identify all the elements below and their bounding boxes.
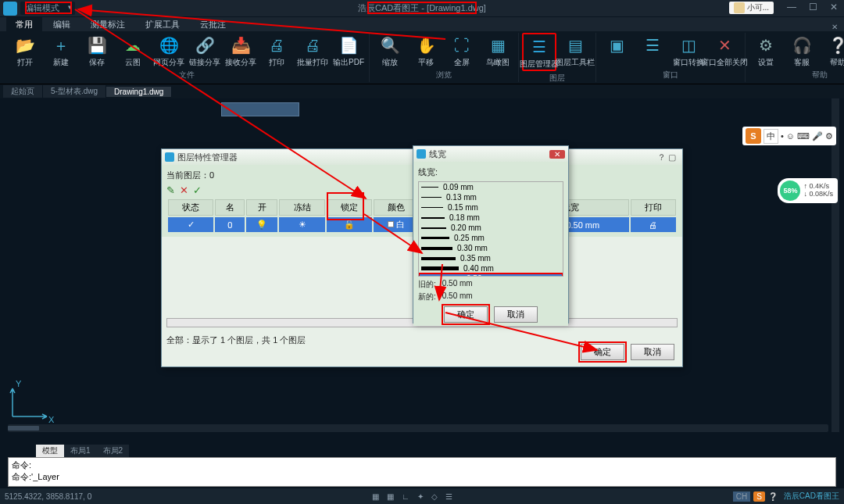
menu-tab-0[interactable]: 常用 xyxy=(6,17,42,32)
bview-button[interactable]: ▦鸟瞰图 xyxy=(481,33,515,68)
mode-selector[interactable]: 编辑模式 xyxy=(20,2,75,15)
lw-item-7[interactable]: 0.35 mm xyxy=(419,253,563,263)
help-icon[interactable]: ❔ xyxy=(768,492,778,501)
layout-tabs: 模型布局1布局2 xyxy=(36,445,129,457)
help-button[interactable]: ❔帮助 xyxy=(821,33,844,68)
newwin-button[interactable]: ▣ xyxy=(599,33,634,68)
ok-button[interactable]: 确定 xyxy=(581,344,624,360)
pan-button[interactable]: ✋平移 xyxy=(409,33,443,68)
name-cell[interactable]: 0 xyxy=(215,217,245,232)
col-名[interactable]: 名 xyxy=(215,199,245,216)
layout-tab-1[interactable]: 布局1 xyxy=(64,445,97,457)
pdf-button[interactable]: 📄输出PDF xyxy=(331,33,366,68)
lw-dialog-titlebar[interactable]: 线宽 ✕ xyxy=(413,146,568,162)
lw-item-5[interactable]: 0.25 mm xyxy=(419,233,563,243)
cancel-button[interactable]: 取消 xyxy=(631,344,674,360)
closeall-button[interactable]: ✕窗口全部关闭 xyxy=(707,33,742,68)
col-打印[interactable]: 打印 xyxy=(631,199,676,216)
new-button[interactable]: ＋新建 xyxy=(44,33,78,68)
layertb-button[interactable]: ▤图层工具栏 xyxy=(558,33,592,71)
freeze-cell[interactable]: ☀ xyxy=(279,217,324,232)
minimize-button[interactable]: — xyxy=(784,2,799,13)
print-button[interactable]: 🖨打印 xyxy=(259,33,294,68)
batchprint-button[interactable]: 🖨批量打印 xyxy=(295,33,330,68)
lw-item-0[interactable]: 0.09 mm xyxy=(419,182,563,192)
cloud-button[interactable]: ☁云图 xyxy=(116,33,150,68)
menu-tab-2[interactable]: 测量标注 xyxy=(81,17,134,32)
save-button[interactable]: 💾保存 xyxy=(80,33,114,68)
layermgr-button[interactable]: ☰图层管理器 xyxy=(522,33,556,71)
settings-button[interactable]: ⚙设置 xyxy=(749,33,783,68)
ime-cn[interactable]: 中 xyxy=(764,129,778,144)
doc-tab-2[interactable]: Drawing1.dwg xyxy=(106,87,172,97)
h-scrollbar[interactable] xyxy=(8,424,828,432)
speed-widget[interactable]: 58% ↑ 0.4K/s ↓ 0.08K/s xyxy=(778,178,838,203)
ortho-toggle[interactable]: ∟ xyxy=(399,492,412,501)
col-开[interactable]: 开 xyxy=(246,199,277,216)
webshare-button[interactable]: 🌐网页分享 xyxy=(152,33,186,68)
lw-close-button[interactable]: ✕ xyxy=(549,150,565,159)
open-button[interactable]: 📂打开 xyxy=(8,33,42,68)
col-冻结[interactable]: 冻结 xyxy=(279,199,324,216)
lw-item-1[interactable]: 0.13 mm xyxy=(419,192,563,202)
closeall-icon: ✕ xyxy=(713,34,735,56)
lw-ok-button[interactable]: 确定 xyxy=(444,306,488,323)
lw-item-3[interactable]: 0.18 mm xyxy=(419,213,563,223)
lw-item-2[interactable]: 0.15 mm xyxy=(419,202,563,213)
delete-layer-icon[interactable]: ✕ xyxy=(180,184,188,196)
ime-gear-icon[interactable]: ⚙ xyxy=(825,131,833,141)
lw-list[interactable]: 0.09 mm0.13 mm0.15 mm0.18 mm0.20 mm0.25 … xyxy=(418,181,563,277)
winlist-button[interactable]: ☰ xyxy=(635,33,670,68)
linkshare-button[interactable]: 🔗链接分享 xyxy=(188,33,222,68)
recvshare-button[interactable]: 📥接收分享 xyxy=(224,33,258,68)
dialog-title: 图层特性管理器 xyxy=(177,152,238,163)
lw-item-8[interactable]: 0.40 mm xyxy=(419,263,563,273)
ime-emoji-icon[interactable]: ☺ xyxy=(786,131,795,141)
snap-toggle[interactable]: ▦ xyxy=(370,492,381,501)
osnap-toggle[interactable]: ◇ xyxy=(429,492,440,501)
layout-tab-2[interactable]: 布局2 xyxy=(97,445,130,457)
service-button[interactable]: 🎧客服 xyxy=(785,33,819,68)
cmd-current: 命令:'_Layer xyxy=(12,471,832,483)
state-cell[interactable]: ✓ xyxy=(168,217,213,232)
plot-cell[interactable]: 🖨 xyxy=(631,217,676,232)
lock-cell[interactable]: 🔓 xyxy=(327,217,372,232)
lw-item-6[interactable]: 0.30 mm xyxy=(419,243,563,253)
on-cell[interactable]: 💡 xyxy=(246,217,277,232)
doc-tab-1[interactable]: 5-型材表.dwg xyxy=(43,85,106,98)
zoom-button[interactable]: 🔍缩放 xyxy=(373,33,407,68)
download-speed: ↓ 0.08K/s xyxy=(803,191,833,198)
ime-mic-icon[interactable]: 🎤 xyxy=(812,131,823,141)
ime-kb-icon[interactable]: ⌨ xyxy=(797,131,810,141)
maximize-button[interactable]: ☐ xyxy=(806,2,821,13)
command-line[interactable]: 命令: 命令:'_Layer xyxy=(8,457,836,487)
doc-tab-0[interactable]: 起始页 xyxy=(3,85,43,98)
menu-tab-4[interactable]: 云批注 xyxy=(191,17,235,32)
ime-punct-icon[interactable]: • xyxy=(781,131,784,141)
layout-tab-0[interactable]: 模型 xyxy=(36,445,64,457)
col-状态[interactable]: 状态 xyxy=(168,199,213,216)
col-锁定[interactable]: 锁定 xyxy=(327,199,372,216)
lw-cancel-button[interactable]: 取消 xyxy=(494,306,538,323)
avatar-icon xyxy=(734,2,745,13)
user-chip[interactable]: 小可... xyxy=(729,2,774,14)
lang-indicator[interactable]: CH xyxy=(733,491,750,502)
new-layer-icon[interactable]: ✎ xyxy=(166,184,175,196)
lwt-toggle[interactable]: ☰ xyxy=(443,492,455,501)
v-scrollbar[interactable] xyxy=(831,98,839,432)
s-icon[interactable]: S xyxy=(753,491,765,502)
grid-toggle[interactable]: ▦ xyxy=(384,492,396,501)
menu-tab-1[interactable]: 编辑 xyxy=(44,17,80,32)
lw-item-4[interactable]: 0.20 mm xyxy=(419,223,563,233)
menu-tab-3[interactable]: 扩展工具 xyxy=(136,17,189,32)
full-button[interactable]: ⛶全屏 xyxy=(445,33,479,68)
sogou-icon[interactable]: S xyxy=(746,128,761,144)
ime-toolbar[interactable]: S 中 • ☺ ⌨ 🎤 ⚙ xyxy=(742,127,836,145)
dialog-help-icon[interactable]: ？ ▢ xyxy=(654,152,679,163)
sub-close-icon[interactable]: ✕ xyxy=(831,23,838,31)
pdf-icon: 📄 xyxy=(338,34,359,56)
close-button[interactable]: ✕ xyxy=(827,2,841,13)
set-current-icon[interactable]: ✓ xyxy=(193,184,202,196)
lw-item-9[interactable]: 0.50 mm xyxy=(419,273,563,277)
polar-toggle[interactable]: ✦ xyxy=(415,492,426,501)
